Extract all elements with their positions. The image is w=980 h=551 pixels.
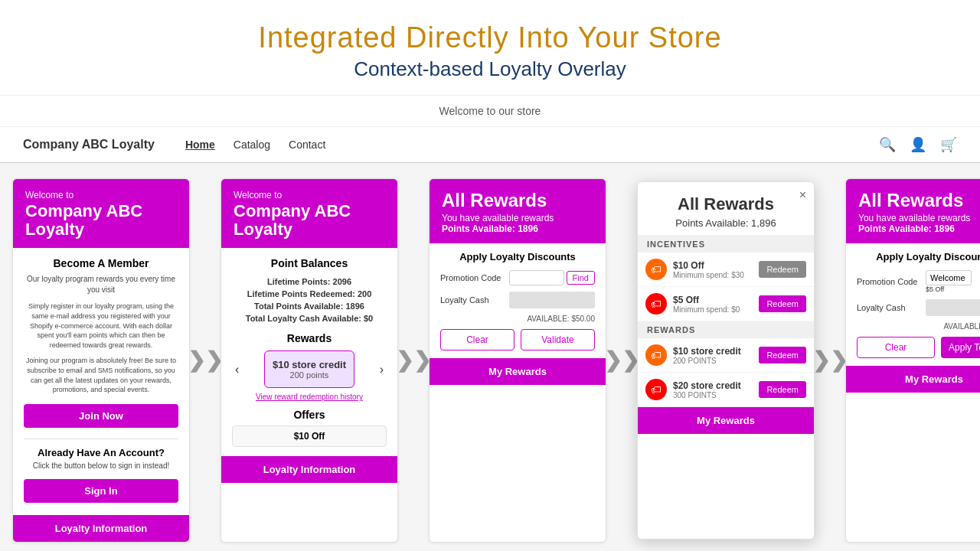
total-available-label: Total Points Available: [254,302,343,311]
carousel-prev[interactable]: ‹ [235,363,239,377]
available-text: AVAILABLE: $50.00 [440,315,595,323]
panel1-welcome: Welcome to [25,190,177,201]
incentive-info-1: $10 Off Minimum spend: $30 [673,260,759,279]
join-now-button[interactable]: Join Now [24,404,178,428]
cart-icon[interactable]: 🛒 [940,136,957,153]
redeem-button-3[interactable]: Redeem [759,347,806,364]
reward-icon-2: 🏷 [645,379,667,400]
incentive-row-2: 🏷 $5 Off Minimum spend: $0 Redeem [638,287,814,321]
already-account-section: Already Have An Account? Click the butto… [24,447,178,506]
apply-discounts-title: Apply Loyalty Discounts [440,251,595,262]
panels-container: Welcome to Company ABC Loyalty Become A … [0,163,980,551]
become-member-desc2: Simply register in our loyalty program, … [24,302,178,350]
total-cash-value: $0 [364,314,373,323]
lifetime-points-value: 2096 [333,277,351,286]
incentive-title-2: $5 Off [673,295,759,305]
incentives-label: INCENTIVES [638,236,814,253]
find-button[interactable]: Find [567,271,595,285]
already-account-title: Already Have An Account? [24,447,178,458]
validate-button[interactable]: Validate [521,329,595,350]
action-buttons: Clear Validate [440,329,595,350]
search-icon[interactable]: 🔍 [879,136,896,153]
panel2-footer[interactable]: Loyalty Information [221,456,397,483]
main-title: Integrated Directly Into Your Store [15,21,965,54]
nav-links: Home Catalog Contact [185,139,325,151]
redeem-button-4[interactable]: Redeem [759,381,806,398]
carousel-item: $10 store credit 200 points [264,350,354,388]
user-icon[interactable]: 👤 [910,136,926,153]
carousel-next[interactable]: › [380,363,384,377]
apply-discounts-section-5: Apply Loyalty Discounts Promotion Code $… [846,243,980,366]
nav-icons: 🔍 👤 🛒 [879,136,957,153]
become-member-section: Become A Member Our loyalty program rewa… [24,257,178,430]
promo-code-label: Promotion Code [440,273,509,282]
already-account-desc: Click the button below to sign in instea… [24,461,178,470]
lifetime-points-label: Lifetime Points: [267,277,331,286]
incentive-sub-1: Minimum spend: $30 [673,271,759,279]
reward-title-1: $10 store credit [673,346,759,357]
arrow-4: ❯❯ [815,178,845,543]
redeem-button-1[interactable]: Redeem [759,261,806,278]
clear-button-5[interactable]: Clear [857,337,935,358]
panel5-footer[interactable]: My Rewards [846,366,980,393]
nav-home[interactable]: Home [185,139,215,151]
promo-sub: $5 Off [926,285,980,293]
reward-row-2: 🏷 $20 store credit 300 POINTS Redeem [638,373,814,407]
promo-code-input-5[interactable] [926,270,972,285]
offers-title: Offers [232,409,387,421]
panel2-header: Welcome to Company ABC Loyalty [221,179,397,248]
total-cash-row: Total Loyalty Cash Available: $0 [232,314,387,323]
point-balances-section: Point Balances Lifetime Points: 2096 Lif… [232,257,387,323]
incentive-title-1: $10 Off [673,260,759,271]
nav-contact[interactable]: Contact [289,139,325,151]
total-available-row: Total Points Available: 1896 [232,302,387,311]
promo-code-input[interactable] [509,270,564,285]
store-nav: Company ABC Loyalty Home Catalog Contact… [0,127,980,163]
panel1-footer[interactable]: Loyalty Information [13,515,189,542]
arrow-2: ❯❯ [398,178,429,543]
panel2-welcome: Welcome to [234,190,385,201]
lifetime-points-row: Lifetime Points: 2096 [232,277,387,286]
welcome-bar: Welcome to our store [0,95,980,127]
panel-4-overlay: × All Rewards Points Available: 1,896 IN… [637,181,815,540]
highlight-arrow [606,450,606,481]
panel5-header: All Rewards You have available rewards P… [846,179,980,243]
welcome-text: Welcome to our store [439,105,541,117]
reward-title-2: $20 store credit [673,380,759,391]
promo-code-row-5: Promotion Code $5 Off Find [857,270,980,293]
panel-5: All Rewards You have available rewards P… [845,178,980,543]
incentive-row-1: 🏷 $10 Off Minimum spend: $30 Redeem [638,253,814,287]
incentive-icon-1: 🏷 [645,259,667,280]
total-available-value: 1896 [345,302,364,311]
lifetime-redeemed-row: Lifetime Points Redeemed: 200 [232,289,387,298]
action-buttons-5: Clear Apply To Cart [857,337,980,358]
offer-item: $10 Off [232,425,387,447]
arrow-icon-3: ❯❯ [604,347,639,373]
sign-in-button[interactable]: Sign In [24,479,178,503]
panel-3: All Rewards You have available rewards P… [429,178,606,543]
overlay-header: All Rewards Points Available: 1,896 [638,182,814,236]
arrow-icon-1: ❯❯ [188,347,223,373]
panel3-footer[interactable]: My Rewards [430,358,606,385]
view-history-link[interactable]: View reward redemption history [232,393,387,401]
reward-row-1: 🏷 $10 store credit 200 POINTS Redeem [638,338,814,373]
nav-catalog[interactable]: Catalog [234,139,270,151]
clear-button[interactable]: Clear [440,329,514,350]
incentive-icon-2: 🏷 [645,293,667,315]
panel5-points: Points Available: 1896 [858,223,980,234]
loyalty-cash-row: Loyalty Cash [440,292,595,308]
overlay-close-button[interactable]: × [799,188,806,202]
reward-item-title: $10 store credit [273,359,346,370]
promo-code-label-5: Promotion Code [857,277,926,286]
panel4-footer[interactable]: My Rewards [638,407,814,434]
lifetime-redeemed-label: Lifetime Points Redeemed: [247,289,355,298]
apply-discounts-title-5: Apply Loyalty Discounts [857,251,980,262]
panel2-body: Point Balances Lifetime Points: 2096 Lif… [221,248,397,456]
reward-sub-1: 200 POINTS [673,357,759,365]
apply-cart-button[interactable]: Apply To Cart [941,337,980,358]
redeem-button-2[interactable]: Redeem [759,295,806,312]
panel1-body: Become A Member Our loyalty program rewa… [13,248,189,514]
loyalty-cash-label: Loyalty Cash [440,295,509,305]
store-logo: Company ABC Loyalty [23,138,155,152]
become-member-title: Become A Member [24,257,178,269]
